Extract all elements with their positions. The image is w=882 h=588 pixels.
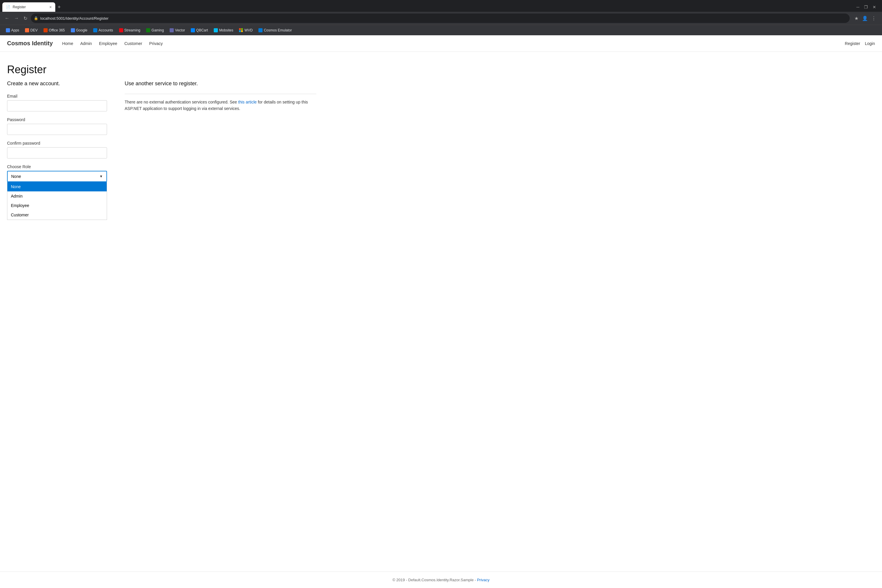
bookmark-label-google: Google [76,28,88,32]
menu-icon[interactable]: ⋮ [872,16,876,21]
role-option-employee[interactable]: Employee [8,201,107,210]
choose-role-label: Choose Role [7,164,107,169]
role-dropdown-menu: None Admin Employee Customer [7,182,107,220]
form-section: Create a new account. Email Password Con… [7,81,316,188]
bookmark-gaming[interactable]: Gaming [144,27,166,33]
tab-close-button[interactable]: × [50,5,52,9]
service-info-text: There are no external authentication ser… [124,99,316,112]
address-input[interactable] [31,14,850,23]
page-title: Register [7,63,316,76]
page-content: Cosmos Identity Home Admin Employee Cust… [0,35,882,588]
profile-icon[interactable]: 👤 [862,16,868,21]
footer-text: © 2019 - Default.Cosmos.Identity.Razor.S… [393,578,477,582]
navbar-nav: Home Admin Employee Customer Privacy [62,41,845,46]
main-content: Register Create a new account. Email Pas… [0,52,323,200]
active-tab[interactable]: 📄 Register × [2,2,55,12]
nav-privacy[interactable]: Privacy [149,41,163,46]
role-option-none[interactable]: None [8,182,107,191]
bookmark-mobsites[interactable]: Mobsites [212,27,236,33]
tab-favicon: 📄 [6,5,10,9]
new-tab-button[interactable]: + [58,4,61,10]
browser-chrome: 📄 Register × + ─ ❐ ✕ ← → ↻ 🔒 ★ 👤 ⋮ Ap [0,0,882,35]
password-input[interactable] [7,124,107,135]
confirm-password-group: Confirm password [7,141,107,159]
footer-privacy-link[interactable]: Privacy [477,578,489,582]
form-right: Use another service to register. There a… [124,81,316,188]
bookmark-label-apps: Apps [11,28,19,32]
toolbar-icons: ★ 👤 ⋮ [852,16,879,21]
bookmark-label-dev: DEV [30,28,38,32]
nav-employee[interactable]: Employee [99,41,117,46]
bookmark-favicon-dev [25,28,29,32]
bookmark-favicon-vector [170,28,174,32]
reload-button[interactable]: ↻ [22,14,28,22]
bookmark-favicon-qbcart [191,28,195,32]
bookmark-label-office: Office 365 [49,28,64,32]
bookmark-office365[interactable]: Office 365 [41,27,67,33]
maximize-button[interactable]: ❐ [864,5,868,9]
bookmark-streaming[interactable]: Streaming [117,27,143,33]
tab-bar: 📄 Register × + ─ ❐ ✕ [0,0,882,12]
bookmark-favicon-wvd [239,28,243,32]
bookmark-favicon-mobsites [214,28,218,32]
password-label: Password [7,117,107,122]
bookmark-apps[interactable]: Apps [3,27,21,33]
form-left: Create a new account. Email Password Con… [7,81,107,188]
close-button[interactable]: ✕ [873,5,876,9]
navbar-login-link[interactable]: Login [865,41,875,46]
bookmark-accounts[interactable]: Accounts [91,27,115,33]
bookmark-wvd[interactable]: WVD [237,27,255,33]
address-bar-wrap: 🔒 [31,14,850,23]
window-controls: ─ ❐ ✕ [853,5,880,9]
navbar-right: Register Login [845,41,875,46]
confirm-password-label: Confirm password [7,141,107,146]
role-option-admin[interactable]: Admin [8,191,107,201]
role-select-display[interactable]: None ▼ [7,171,107,182]
bookmark-label-wvd: WVD [244,28,252,32]
role-option-customer[interactable]: Customer [8,210,107,220]
choose-role-group: Choose Role None ▼ None Admin Employee C… [7,164,107,182]
forward-button[interactable]: → [13,14,20,22]
password-group: Password [7,117,107,135]
role-select-wrapper: None ▼ None Admin Employee Customer [7,171,107,182]
nav-home[interactable]: Home [62,41,73,46]
nav-admin[interactable]: Admin [80,41,92,46]
bookmark-favicon-accounts [93,28,98,32]
dropdown-arrow-icon: ▼ [99,174,103,178]
minimize-button[interactable]: ─ [856,5,860,9]
selected-role-text: None [11,174,21,179]
bookmarks-bar: Apps DEV Office 365 Google Accounts Stre… [0,25,882,35]
star-icon[interactable]: ★ [854,16,858,21]
email-group: Email [7,94,107,111]
email-input[interactable] [7,100,107,111]
navbar: Cosmos Identity Home Admin Employee Cust… [0,35,882,52]
email-label: Email [7,94,107,99]
back-button[interactable]: ← [3,14,10,22]
navbar-brand: Cosmos Identity [7,40,53,47]
bookmark-favicon-cosmos [258,28,262,32]
bookmark-qbcart[interactable]: QBCart [189,27,210,33]
bookmark-favicon-google [71,28,75,32]
bookmark-label-mobsites: Mobsites [219,28,233,32]
service-divider [124,94,316,94]
lock-icon: 🔒 [34,16,38,20]
form-subtitle: Create a new account. [7,81,107,87]
bookmark-vector[interactable]: Vector [167,27,187,33]
bookmark-cosmos[interactable]: Cosmos Emulator [256,27,294,33]
bookmark-favicon-office [44,28,48,32]
bookmark-label-qbcart: QBCart [196,28,208,32]
tab-title: Register [13,5,47,9]
this-article-link[interactable]: this article [238,100,256,104]
service-subtitle: Use another service to register. [124,81,316,87]
bookmark-label-gaming: Gaming [152,28,164,32]
bookmark-favicon-gaming [146,28,150,32]
bookmark-google[interactable]: Google [69,27,90,33]
nav-customer[interactable]: Customer [124,41,142,46]
bookmark-dev[interactable]: DEV [22,27,40,33]
confirm-password-input[interactable] [7,147,107,159]
bookmark-label-streaming: Streaming [124,28,141,32]
bookmark-label-vector: Vector [175,28,185,32]
navbar-register-link[interactable]: Register [845,41,860,46]
bookmark-label-accounts: Accounts [99,28,113,32]
bookmark-label-cosmos: Cosmos Emulator [264,28,292,32]
